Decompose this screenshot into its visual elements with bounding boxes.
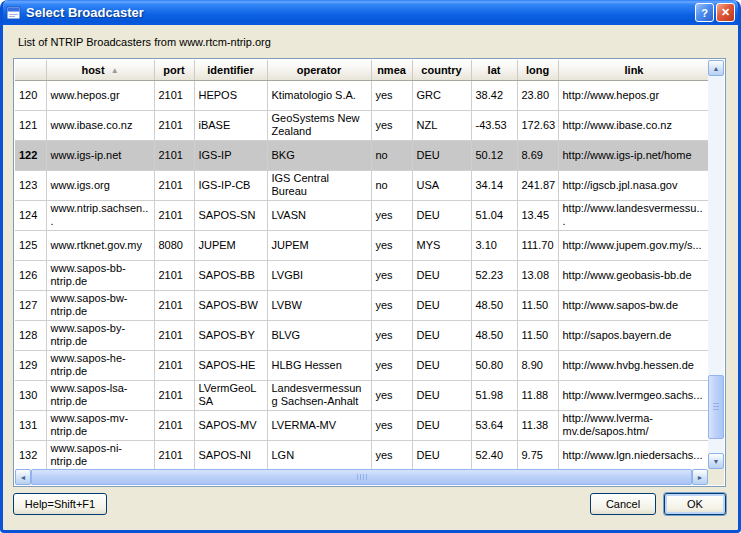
cell-nmea[interactable]: yes bbox=[371, 290, 412, 320]
cell-host[interactable]: www.sapos-mv-ntrip.de bbox=[46, 410, 154, 440]
cell-nmea[interactable]: yes bbox=[371, 380, 412, 410]
cell-lat[interactable]: 48.50 bbox=[471, 290, 517, 320]
cell-link[interactable]: http://www.geobasis-bb.de bbox=[558, 260, 708, 290]
column-header-operator[interactable]: operator bbox=[267, 60, 371, 80]
column-header-country[interactable]: country bbox=[412, 60, 471, 80]
table-row[interactable]: 132www.sapos-ni-ntrip.de2101SAPOS-NILGNy… bbox=[15, 440, 708, 469]
cell-operator[interactable]: Ktimatologio S.A. bbox=[267, 80, 371, 110]
cell-host[interactable]: www.sapos-lsa-ntrip.de bbox=[46, 380, 154, 410]
cell-host[interactable]: www.igs.org bbox=[46, 170, 154, 200]
table-row[interactable]: 121www.ibase.co.nz2101iBASEGeoSystems Ne… bbox=[15, 110, 708, 140]
cell-lat[interactable]: 38.42 bbox=[471, 80, 517, 110]
cell-country[interactable]: DEU bbox=[412, 440, 471, 469]
table-row[interactable]: 128www.sapos-by-ntrip.de2101SAPOS-BYBLVG… bbox=[15, 320, 708, 350]
cell-link[interactable]: http://www.hvbg.hessen.de bbox=[558, 350, 708, 380]
close-icon[interactable]: ✕ bbox=[716, 3, 735, 22]
cell-long[interactable]: 111.70 bbox=[517, 230, 558, 260]
cell-lat[interactable]: -43.53 bbox=[471, 110, 517, 140]
cell-port[interactable]: 2101 bbox=[154, 80, 194, 110]
scroll-down-icon[interactable]: ▼ bbox=[708, 453, 724, 469]
table-row[interactable]: 130www.sapos-lsa-ntrip.de2101LVermGeoLSA… bbox=[15, 380, 708, 410]
cell-country[interactable]: GRC bbox=[412, 80, 471, 110]
cell-country[interactable]: DEU bbox=[412, 320, 471, 350]
cell-host[interactable]: www.sapos-bb-ntrip.de bbox=[46, 260, 154, 290]
cell-nmea[interactable]: yes bbox=[371, 350, 412, 380]
cell-long[interactable]: 241.87 bbox=[517, 170, 558, 200]
cell-identifier[interactable]: iBASE bbox=[194, 110, 267, 140]
cell-long[interactable]: 13.08 bbox=[517, 260, 558, 290]
row-number-cell[interactable]: 132 bbox=[15, 440, 46, 469]
cell-port[interactable]: 2101 bbox=[154, 440, 194, 469]
row-number-cell[interactable]: 127 bbox=[15, 290, 46, 320]
cell-identifier[interactable]: JUPEM bbox=[194, 230, 267, 260]
scroll-left-icon[interactable]: ◄ bbox=[15, 469, 31, 485]
cell-identifier[interactable]: SAPOS-BB bbox=[194, 260, 267, 290]
table-row[interactable]: 120www.hepos.gr2101HEPOSKtimatologio S.A… bbox=[15, 80, 708, 110]
cell-lat[interactable]: 53.64 bbox=[471, 410, 517, 440]
cancel-button[interactable]: Cancel bbox=[590, 493, 656, 515]
cell-host[interactable]: www.sapos-he-ntrip.de bbox=[46, 350, 154, 380]
row-number-cell[interactable]: 125 bbox=[15, 230, 46, 260]
cell-country[interactable]: MYS bbox=[412, 230, 471, 260]
cell-host[interactable]: www.igs-ip.net bbox=[46, 140, 154, 170]
cell-operator[interactable]: HLBG Hessen bbox=[267, 350, 371, 380]
cell-lat[interactable]: 50.80 bbox=[471, 350, 517, 380]
cell-identifier[interactable]: SAPOS-SN bbox=[194, 200, 267, 230]
cell-lat[interactable]: 48.50 bbox=[471, 320, 517, 350]
cell-identifier[interactable]: SAPOS-BW bbox=[194, 290, 267, 320]
cell-lat[interactable]: 34.14 bbox=[471, 170, 517, 200]
table-row[interactable]: 127www.sapos-bw-ntrip.de2101SAPOS-BWLVBW… bbox=[15, 290, 708, 320]
cell-operator[interactable]: LGN bbox=[267, 440, 371, 469]
cell-operator[interactable]: BLVG bbox=[267, 320, 371, 350]
table-row[interactable]: 131www.sapos-mv-ntrip.de2101SAPOS-MVLVER… bbox=[15, 410, 708, 440]
cell-lat[interactable]: 52.23 bbox=[471, 260, 517, 290]
cell-nmea[interactable]: yes bbox=[371, 440, 412, 469]
cell-nmea[interactable]: yes bbox=[371, 320, 412, 350]
cell-port[interactable]: 2101 bbox=[154, 350, 194, 380]
column-header-row-number[interactable] bbox=[15, 60, 46, 80]
cell-operator[interactable]: GeoSystems New Zealand bbox=[267, 110, 371, 140]
cell-identifier[interactable]: SAPOS-MV bbox=[194, 410, 267, 440]
vertical-scrollbar-thumb[interactable] bbox=[708, 375, 724, 439]
cell-operator[interactable]: BKG bbox=[267, 140, 371, 170]
cell-operator[interactable]: Landesvermessung Sachsen-Anhalt bbox=[267, 380, 371, 410]
cell-operator[interactable]: LVERMA-MV bbox=[267, 410, 371, 440]
cell-operator[interactable]: JUPEM bbox=[267, 230, 371, 260]
cell-identifier[interactable]: SAPOS-NI bbox=[194, 440, 267, 469]
cell-long[interactable]: 9.75 bbox=[517, 440, 558, 469]
cell-operator[interactable]: LVASN bbox=[267, 200, 371, 230]
table-row[interactable]: 123www.igs.org2101IGS-IP-CBIGS Central B… bbox=[15, 170, 708, 200]
row-number-cell[interactable]: 123 bbox=[15, 170, 46, 200]
cell-long[interactable]: 8.69 bbox=[517, 140, 558, 170]
cell-identifier[interactable]: IGS-IP bbox=[194, 140, 267, 170]
table-row[interactable]: 124www.ntrip.sachsen...2101SAPOS-SNLVASN… bbox=[15, 200, 708, 230]
column-header-host[interactable]: host▲ bbox=[46, 60, 154, 80]
scroll-up-icon[interactable]: ▲ bbox=[708, 60, 724, 76]
table-row[interactable]: 125www.rtknet.gov.my8080JUPEMJUPEMyesMYS… bbox=[15, 230, 708, 260]
column-header-identifier[interactable]: identifier bbox=[194, 60, 267, 80]
cell-operator[interactable]: LVGBI bbox=[267, 260, 371, 290]
cell-lat[interactable]: 50.12 bbox=[471, 140, 517, 170]
row-number-cell[interactable]: 129 bbox=[15, 350, 46, 380]
row-number-cell[interactable]: 131 bbox=[15, 410, 46, 440]
cell-host[interactable]: www.rtknet.gov.my bbox=[46, 230, 154, 260]
cell-link[interactable]: http://www.igs-ip.net/home bbox=[558, 140, 708, 170]
column-header-link[interactable]: link bbox=[558, 60, 708, 80]
cell-port[interactable]: 2101 bbox=[154, 320, 194, 350]
cell-nmea[interactable]: no bbox=[371, 170, 412, 200]
cell-host[interactable]: www.ntrip.sachsen... bbox=[46, 200, 154, 230]
cell-link[interactable]: http://www.sapos-bw.de bbox=[558, 290, 708, 320]
cell-host[interactable]: www.sapos-by-ntrip.de bbox=[46, 320, 154, 350]
cell-host[interactable]: www.sapos-bw-ntrip.de bbox=[46, 290, 154, 320]
cell-long[interactable]: 11.88 bbox=[517, 380, 558, 410]
cell-host[interactable]: www.ibase.co.nz bbox=[46, 110, 154, 140]
cell-country[interactable]: DEU bbox=[412, 380, 471, 410]
cell-operator[interactable]: IGS Central Bureau bbox=[267, 170, 371, 200]
cell-host[interactable]: www.hepos.gr bbox=[46, 80, 154, 110]
cell-identifier[interactable]: HEPOS bbox=[194, 80, 267, 110]
cell-operator[interactable]: LVBW bbox=[267, 290, 371, 320]
cell-long[interactable]: 23.80 bbox=[517, 80, 558, 110]
scroll-right-icon[interactable]: ► bbox=[692, 469, 708, 485]
table-row[interactable]: 122www.igs-ip.net2101IGS-IPBKGnoDEU50.12… bbox=[15, 140, 708, 170]
horizontal-scrollbar-thumb[interactable] bbox=[31, 469, 692, 485]
